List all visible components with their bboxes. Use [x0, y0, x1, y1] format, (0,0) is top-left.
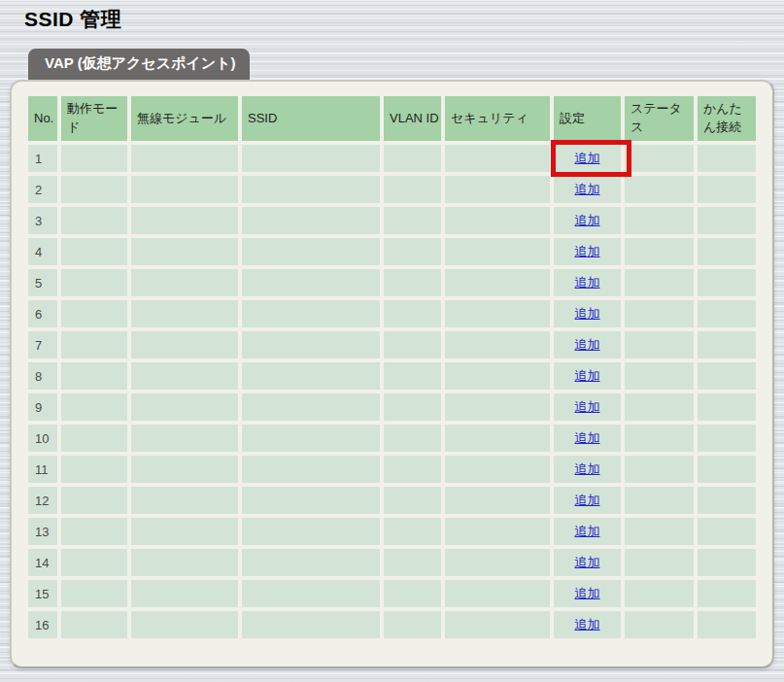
table-row: 14追加 [28, 549, 756, 576]
security-cell [445, 549, 550, 576]
status-cell [625, 300, 694, 327]
table-row: 12追加 [28, 487, 756, 514]
ssid-cell [242, 238, 380, 265]
vlan-cell [384, 518, 441, 545]
column-header-ssid: SSID [242, 96, 380, 141]
tab-vap[interactable]: VAP (仮想アクセスポイント) [28, 49, 250, 80]
row-number-cell: 11 [28, 456, 57, 483]
row-number-cell: 9 [28, 393, 57, 421]
column-header-easy: かんたん接続 [698, 96, 756, 141]
table-row: 10追加 [28, 425, 756, 452]
ssid-cell [242, 145, 380, 172]
status-cell [625, 362, 694, 390]
security-cell [445, 580, 550, 607]
row-number-cell: 13 [28, 518, 57, 545]
easy-cell [698, 611, 756, 638]
mode-cell [61, 425, 127, 452]
module-cell [131, 393, 238, 421]
add-link[interactable]: 追加 [575, 306, 600, 321]
security-cell [445, 518, 550, 545]
page-title: SSID 管理 [0, 0, 784, 33]
ssid-cell [242, 580, 380, 607]
ssid-cell [242, 300, 380, 327]
row-number-cell: 8 [28, 362, 57, 390]
add-link[interactable]: 追加 [575, 368, 600, 383]
easy-cell [698, 456, 756, 483]
module-cell [131, 487, 238, 514]
config-cell: 追加 [554, 487, 621, 514]
vlan-cell [384, 549, 441, 576]
add-link[interactable]: 追加 [575, 151, 600, 165]
module-cell [131, 549, 238, 576]
module-cell [131, 456, 238, 483]
ssid-cell [242, 456, 380, 483]
add-link[interactable]: 追加 [575, 524, 600, 538]
config-cell: 追加 [554, 456, 621, 483]
table-row: 9追加 [28, 393, 756, 421]
add-link[interactable]: 追加 [575, 461, 600, 476]
table-row: 2追加 [28, 176, 756, 203]
config-cell: 追加 [554, 393, 621, 421]
row-number-cell: 7 [28, 331, 57, 358]
add-link[interactable]: 追加 [575, 213, 600, 227]
module-cell [131, 176, 238, 203]
status-cell [625, 549, 694, 576]
easy-cell [698, 269, 756, 296]
status-cell [625, 611, 694, 638]
config-cell: 追加 [554, 425, 621, 452]
mode-cell [61, 269, 127, 296]
add-link[interactable]: 追加 [575, 337, 600, 352]
add-link[interactable]: 追加 [575, 182, 600, 196]
table-row: 3追加 [28, 207, 756, 234]
page: { "page": { "title": "SSID 管理" }, "tab":… [0, 0, 784, 682]
module-cell [131, 611, 238, 638]
add-link[interactable]: 追加 [575, 493, 600, 507]
config-cell: 追加 [554, 331, 621, 358]
add-link[interactable]: 追加 [575, 244, 600, 258]
add-link[interactable]: 追加 [575, 617, 600, 631]
table-header-row: No.動作モード無線モジュールSSIDVLAN IDセキュリティ設定ステータスか… [28, 96, 756, 141]
row-number-cell: 1 [28, 145, 57, 172]
security-cell [445, 331, 550, 358]
row-number-cell: 4 [28, 238, 57, 265]
security-cell [445, 456, 550, 483]
column-header-config: 設定 [554, 96, 621, 141]
mode-cell [61, 331, 127, 358]
security-cell [445, 238, 550, 265]
column-header-mode: 動作モード [61, 96, 127, 141]
easy-cell [698, 300, 756, 327]
module-cell [131, 207, 238, 234]
add-link[interactable]: 追加 [575, 399, 600, 414]
table-row: 11追加 [28, 456, 756, 483]
security-cell [445, 145, 550, 172]
vlan-cell [384, 362, 441, 390]
easy-cell [698, 362, 756, 390]
config-cell: 追加 [554, 611, 621, 638]
easy-cell [698, 549, 756, 576]
add-link[interactable]: 追加 [575, 586, 600, 600]
status-cell [625, 518, 694, 545]
easy-cell [698, 393, 756, 421]
mode-cell [61, 176, 127, 203]
add-link[interactable]: 追加 [575, 430, 600, 445]
vlan-cell [384, 456, 441, 483]
status-cell [625, 207, 694, 234]
ssid-cell [242, 549, 380, 576]
add-link[interactable]: 追加 [575, 555, 600, 569]
config-cell: 追加 [554, 549, 621, 576]
vlan-cell [384, 238, 441, 265]
mode-cell [61, 611, 127, 638]
module-cell [131, 362, 238, 390]
status-cell [625, 269, 694, 296]
row-number-cell: 2 [28, 176, 57, 203]
status-cell [625, 331, 694, 358]
add-link[interactable]: 追加 [575, 275, 600, 290]
table-row: 7追加 [28, 331, 756, 358]
security-cell [445, 176, 550, 203]
table-row: 16追加 [28, 611, 756, 638]
row-number-cell: 16 [28, 611, 57, 638]
vlan-cell [384, 145, 441, 172]
ssid-cell [242, 176, 380, 203]
mode-cell [61, 207, 127, 234]
easy-cell [698, 425, 756, 452]
